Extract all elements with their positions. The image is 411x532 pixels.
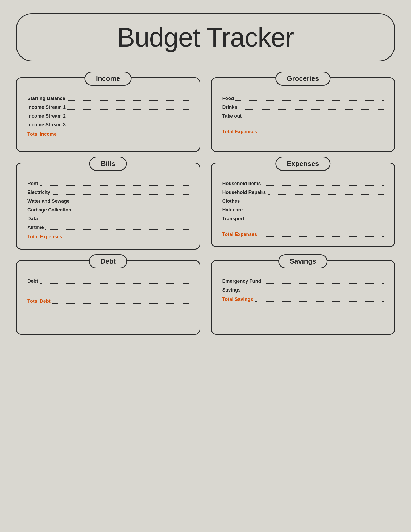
income-total: Total Income — [27, 131, 189, 138]
cards-grid: Income Starting Balance Income Stream 1 … — [16, 77, 395, 335]
list-item: Household Repairs — [222, 190, 384, 196]
income-body: Starting Balance Income Stream 1 Income … — [16, 77, 200, 152]
list-item: Garbage Collection — [27, 207, 189, 214]
list-item: Food — [222, 96, 384, 102]
list-item: Income Stream 3 — [27, 122, 189, 129]
list-item: Transport — [222, 216, 384, 223]
groceries-body: Food Drinks Take out Total Expenses — [211, 77, 395, 152]
list-item: Income Stream 1 — [27, 105, 189, 111]
debt-card: Debt Debt Total Debt — [16, 260, 200, 335]
expenses-header: Expenses — [275, 157, 330, 171]
savings-body: Emergency Fund Savings Total Savings — [211, 260, 395, 335]
list-item: Starting Balance — [27, 96, 189, 102]
list-item: Rent — [27, 181, 189, 188]
list-item: Savings — [222, 287, 384, 294]
bills-body: Rent Electricity Water and Sewage Garbag… — [16, 163, 200, 250]
list-item: Hair care — [222, 207, 384, 214]
bills-total: Total Expenses — [27, 234, 189, 241]
debt-total: Total Debt — [27, 298, 189, 305]
list-item: Airtime — [27, 225, 189, 231]
title-container: Budget Tracker — [16, 13, 395, 61]
expenses-total: Total Expenses — [222, 232, 384, 238]
savings-total: Total Savings — [222, 297, 384, 303]
list-item: Emergency Fund — [222, 279, 384, 285]
savings-header: Savings — [278, 254, 328, 268]
list-item: Drinks — [222, 105, 384, 111]
list-item: Water and Sewage — [27, 198, 189, 205]
list-item: Electricity — [27, 190, 189, 196]
list-item: Income Stream 2 — [27, 113, 189, 120]
savings-card: Savings Emergency Fund Savings Total Sav… — [211, 260, 395, 335]
list-item: Household Items — [222, 181, 384, 188]
list-item: Debt — [27, 279, 189, 285]
bills-card: Bills Rent Electricity Water and Sewage … — [16, 163, 200, 250]
groceries-card: Groceries Food Drinks Take out Total Exp… — [211, 77, 395, 152]
list-item: Take out — [222, 113, 384, 120]
income-header: Income — [85, 72, 132, 86]
page-title: Budget Tracker — [33, 22, 378, 53]
groceries-header: Groceries — [275, 72, 330, 86]
debt-body: Debt Total Debt — [16, 260, 200, 335]
debt-header: Debt — [89, 254, 127, 268]
list-item: Data — [27, 216, 189, 223]
list-item: Clothes — [222, 198, 384, 205]
groceries-total: Total Expenses — [222, 129, 384, 136]
expenses-card: Expenses Household Items Household Repai… — [211, 163, 395, 250]
income-card: Income Starting Balance Income Stream 1 … — [16, 77, 200, 152]
bills-header: Bills — [89, 157, 127, 171]
expenses-body: Household Items Household Repairs Clothe… — [211, 163, 395, 247]
